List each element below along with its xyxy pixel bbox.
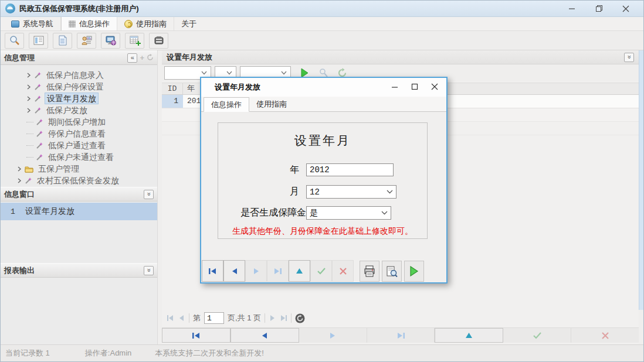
record-nav-bar	[162, 327, 639, 343]
collapse-up-icon[interactable]: «	[624, 53, 634, 62]
print-preview-button[interactable]	[382, 261, 402, 282]
tree-branch-line	[26, 157, 33, 158]
tree-item[interactable]: 低保户通过查看	[1, 139, 157, 151]
document-icon[interactable]	[53, 33, 72, 49]
main-toolbar	[1, 31, 643, 50]
reload-icon[interactable]	[295, 313, 305, 323]
tree-item-label: 低保户未通过查看	[46, 152, 116, 162]
run-button[interactable]	[404, 261, 424, 282]
form-title: 设置年月	[218, 132, 427, 149]
status-record-count: 当前记录数 1	[5, 348, 50, 358]
info-window-row-index: 1	[1, 207, 25, 216]
wand-icon	[25, 177, 32, 185]
main-panel-header: 设置年月发放 «	[162, 50, 639, 64]
menu-item-about[interactable]: 关于	[174, 17, 204, 30]
tree-branch-line	[26, 134, 33, 134]
generate-label: 是否生成保障金	[218, 207, 306, 219]
tree-item[interactable]: 低保户发放	[1, 104, 157, 116]
confirm-button[interactable]	[310, 260, 332, 282]
pager-total-label: 页,共 1 页	[228, 313, 261, 323]
tree-item[interactable]: 五保户管理	[1, 163, 157, 175]
menu-label: 系统导航	[23, 19, 53, 29]
edit-up-button[interactable]	[435, 328, 503, 343]
next-page-icon[interactable]	[269, 315, 276, 322]
grid-icon	[69, 21, 76, 28]
first-record-button[interactable]	[202, 260, 223, 282]
wand-icon	[36, 153, 43, 161]
tree-item[interactable]: 低保户未通过查看	[1, 151, 157, 163]
close-icon[interactable]	[431, 83, 438, 92]
edit-up-button[interactable]	[289, 260, 310, 282]
tree-item-selected[interactable]: 设置年月发放	[1, 93, 157, 104]
first-page-icon[interactable]	[167, 315, 175, 322]
archive-icon[interactable]	[149, 33, 168, 49]
chevron-right-icon	[26, 108, 31, 113]
table-add-icon[interactable]	[125, 33, 144, 49]
tab-guide[interactable]: 使用指南	[249, 97, 294, 112]
panel-header-info-manage: 信息管理 « +	[1, 50, 157, 65]
tree-item[interactable]: 低保户停保设置	[1, 81, 157, 93]
generate-select[interactable]: 是	[306, 206, 391, 220]
menu-item-guide[interactable]: 使用指南	[117, 17, 174, 30]
collapse-up-icon[interactable]: «	[144, 190, 154, 199]
print-button[interactable]	[360, 261, 379, 282]
prev-record-button[interactable]	[223, 260, 245, 282]
chevron-right-icon	[17, 166, 22, 172]
tab-info-ops[interactable]: 信息操作	[204, 97, 249, 112]
prev-record-button[interactable]	[231, 328, 299, 343]
last-record-button[interactable]	[367, 328, 435, 343]
user-chart-icon[interactable]	[77, 33, 96, 49]
add-icon[interactable]: +	[140, 54, 144, 62]
close-icon[interactable]	[620, 3, 632, 15]
tree-item-label: 低保户停保设置	[45, 81, 106, 92]
last-page-icon[interactable]	[279, 315, 287, 322]
month-label: 月	[218, 186, 306, 198]
prev-page-icon[interactable]	[178, 315, 185, 322]
collapse-up-icon[interactable]: «	[144, 266, 154, 275]
year-input[interactable]	[306, 163, 394, 176]
chevron-right-icon	[26, 96, 31, 101]
next-record-button[interactable]	[299, 328, 367, 343]
main-panel-title: 设置年月发放	[167, 52, 212, 63]
panel-title: 报表输出	[4, 265, 35, 276]
separator	[291, 313, 292, 323]
tree-item[interactable]: 停保户信息查看	[1, 128, 157, 139]
collapse-left-icon[interactable]: «	[127, 53, 137, 63]
last-record-icon	[273, 268, 282, 275]
tree-item-label: 期间低保户增加	[46, 117, 107, 127]
column-header-id[interactable]: ID	[162, 83, 183, 94]
maximize-icon[interactable]	[411, 83, 418, 92]
confirm-button[interactable]	[503, 328, 571, 343]
tree-item[interactable]: 农村五保低保资金发放	[1, 175, 157, 186]
first-record-button[interactable]	[162, 328, 231, 343]
dialog-title-bar: 设置年月发放	[201, 78, 446, 97]
wand-icon	[36, 118, 43, 126]
next-record-icon	[253, 268, 260, 275]
month-select[interactable]: 12	[306, 185, 396, 199]
tree-item[interactable]: 低保户信息录入	[1, 69, 157, 81]
menu-item-system-nav[interactable]: 系统导航	[4, 17, 61, 30]
search-icon[interactable]	[5, 33, 24, 49]
generate-value: 是	[310, 208, 318, 218]
info-window-row[interactable]: 1 设置年月发放	[1, 203, 157, 220]
form-details-icon[interactable]	[29, 33, 48, 49]
minimize-icon[interactable]	[566, 3, 578, 15]
page-number-input[interactable]	[204, 312, 224, 324]
cancel-button[interactable]	[332, 260, 354, 282]
form-note: 生成其他年份、月份保障金在此基础上修改即可。	[218, 226, 427, 237]
restore-icon[interactable]	[593, 3, 605, 15]
last-record-button[interactable]	[267, 260, 289, 282]
tree-item[interactable]: 期间低保户增加	[1, 116, 157, 128]
next-record-button[interactable]	[245, 260, 267, 282]
info-manage-tree: 低保户信息录入 低保户停保设置 设置年月发放 低保户发放 期间低保户增加	[1, 66, 157, 186]
minimize-icon[interactable]	[391, 83, 398, 92]
next-record-icon	[329, 332, 336, 339]
tree-item-label: 农村五保低保资金发放	[35, 175, 121, 186]
monitor-globe-icon[interactable]	[101, 33, 120, 49]
right-scroll-strip[interactable]	[639, 50, 643, 310]
menu-item-info-ops[interactable]: 信息操作	[61, 17, 117, 30]
cancel-button[interactable]	[571, 328, 639, 343]
refresh-icon[interactable]	[147, 54, 154, 62]
tree-branch-line	[26, 145, 33, 146]
tree-item-label: 设置年月发放	[45, 93, 99, 104]
